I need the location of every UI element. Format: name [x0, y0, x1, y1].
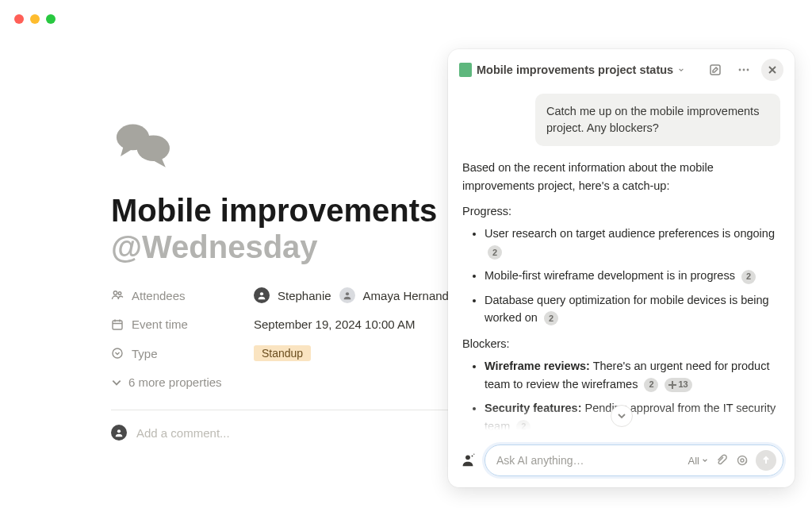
source-badge[interactable]: 2 — [488, 245, 502, 260]
ai-intro-text: Based on the recent information about th… — [462, 159, 780, 194]
attendee-name: Stephanie — [278, 289, 331, 302]
avatar — [254, 287, 270, 303]
attendee-name: Amaya Hernand — [363, 289, 449, 302]
property-label: Event time — [111, 318, 254, 331]
avatar — [339, 287, 355, 303]
list-item: Database query optimization for mobile d… — [485, 291, 780, 327]
svg-point-3 — [118, 292, 121, 295]
ai-input-box[interactable]: All — [485, 444, 783, 476]
ai-response: Based on the recent information about th… — [462, 159, 780, 437]
chevron-down-icon — [111, 377, 122, 388]
mention-icon[interactable] — [735, 453, 749, 468]
svg-point-16 — [472, 456, 473, 457]
svg-point-2 — [113, 291, 117, 294]
list-item: Security features: Pending approval from… — [485, 399, 780, 435]
scroll-down-button[interactable] — [611, 405, 633, 427]
type-value[interactable]: Standup — [254, 345, 311, 361]
avatar — [111, 425, 127, 441]
event-time-value[interactable]: September 19, 2024 10:00 AM — [254, 318, 415, 331]
svg-point-4 — [260, 292, 263, 295]
svg-rect-9 — [710, 65, 720, 75]
progress-heading: Progress: — [462, 202, 780, 220]
svg-point-7 — [113, 348, 122, 358]
ai-avatar-icon — [459, 452, 477, 469]
chevron-down-icon — [702, 457, 708, 464]
list-item: Mobile-first wireframe development is in… — [485, 267, 780, 284]
send-button[interactable] — [756, 450, 776, 471]
property-label: Attendees — [111, 289, 254, 302]
progress-list: User research on target audience prefere… — [462, 225, 780, 326]
svg-point-10 — [739, 69, 741, 71]
list-item: Wireframe reviews: There's an urgent nee… — [485, 357, 780, 393]
minimize-window-dot[interactable] — [30, 14, 40, 24]
attendees-value[interactable]: Stephanie Amaya Hernand — [254, 287, 449, 303]
type-tag: Standup — [254, 345, 311, 361]
svg-point-8 — [117, 429, 121, 433]
svg-point-17 — [473, 454, 474, 455]
context-source-selector[interactable]: Mobile improvements project status — [459, 63, 684, 77]
source-badge[interactable]: 2 — [544, 311, 558, 325]
slack-source-badge[interactable]: 13 — [665, 378, 691, 392]
ai-text-input[interactable] — [496, 454, 682, 467]
svg-point-5 — [345, 292, 348, 295]
source-badge[interactable]: 2 — [644, 378, 658, 392]
attach-icon[interactable] — [714, 453, 729, 468]
title-date-mention[interactable]: @Wednesday — [111, 229, 318, 264]
user-message-bubble: Catch me up on the mobile improvements p… — [535, 94, 780, 146]
ai-panel-header: Mobile improvements project status — [448, 49, 795, 90]
more-icon[interactable] — [733, 59, 755, 81]
svg-point-1 — [137, 135, 170, 161]
ai-panel-body: Catch me up on the mobile improvements p… — [448, 90, 795, 437]
svg-point-12 — [747, 69, 749, 71]
blockers-heading: Blockers: — [462, 335, 780, 352]
edit-icon[interactable] — [704, 59, 726, 81]
window-controls — [14, 14, 56, 24]
people-icon — [111, 289, 124, 302]
svg-rect-14 — [668, 384, 676, 386]
chevron-down-icon — [678, 67, 684, 73]
svg-rect-6 — [113, 321, 122, 329]
property-label: Type — [111, 347, 254, 360]
select-icon — [111, 347, 124, 360]
close-icon[interactable] — [761, 59, 783, 81]
svg-point-18 — [738, 456, 747, 465]
title-main: Mobile improvements — [111, 193, 437, 228]
svg-point-11 — [743, 69, 745, 71]
ai-input-row: All — [448, 437, 795, 487]
calendar-icon — [111, 318, 124, 331]
close-window-dot[interactable] — [14, 14, 24, 24]
document-icon — [459, 63, 472, 77]
ai-panel: Mobile improvements project status Catch… — [448, 49, 795, 487]
svg-point-19 — [741, 459, 744, 462]
comment-placeholder: Add a comment... — [136, 426, 230, 440]
maximize-window-dot[interactable] — [46, 14, 56, 24]
scope-selector[interactable]: All — [688, 455, 708, 467]
source-badge[interactable]: 2 — [741, 270, 756, 284]
source-badge[interactable]: 2 — [516, 420, 530, 434]
svg-point-15 — [465, 455, 470, 460]
list-item: User research on target audience prefere… — [485, 225, 780, 260]
